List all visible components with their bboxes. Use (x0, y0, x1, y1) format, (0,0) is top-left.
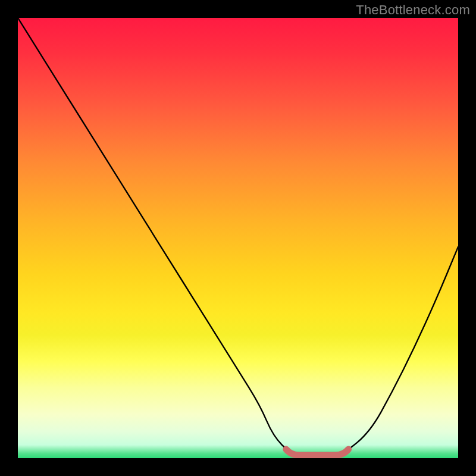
optimal-range-marker (286, 449, 349, 455)
chart-frame: TheBottleneck.com (0, 0, 476, 476)
bottleneck-curve-plot (18, 18, 458, 458)
bottleneck-curve (18, 18, 458, 458)
attribution-label: TheBottleneck.com (356, 2, 470, 18)
plot-area (18, 18, 458, 458)
